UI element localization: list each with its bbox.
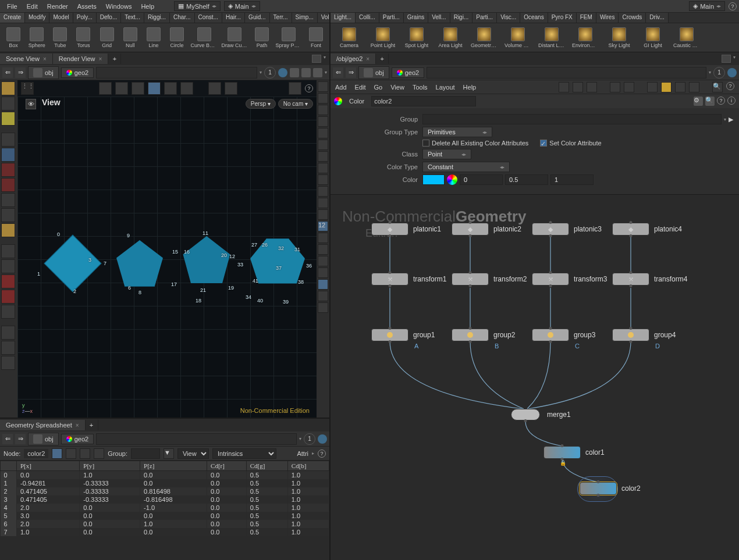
shelf-tab[interactable]: Colli... bbox=[356, 13, 379, 23]
close-icon[interactable]: × bbox=[76, 422, 79, 429]
color-g-field[interactable] bbox=[505, 174, 548, 185]
column-header[interactable]: P[x] bbox=[17, 461, 80, 471]
menu-render[interactable]: Render bbox=[42, 2, 73, 11]
display-opt[interactable] bbox=[318, 256, 328, 266]
table-row[interactable]: 53.00.00.00.00.51.0 bbox=[1, 512, 329, 520]
render-icon[interactable] bbox=[301, 68, 311, 77]
shelf-tool[interactable]: Geometry Light bbox=[468, 27, 500, 48]
info-icon[interactable]: i bbox=[727, 97, 736, 105]
shelf-tab[interactable]: Guid... bbox=[245, 13, 269, 23]
gear-icon[interactable]: ⚙ bbox=[694, 97, 703, 106]
nav-back-icon[interactable]: ⇐ bbox=[2, 67, 13, 78]
vp-tool-icon[interactable] bbox=[208, 82, 221, 95]
link-icon[interactable] bbox=[727, 68, 737, 77]
misc-tool[interactable] bbox=[1, 356, 15, 370]
net-menu-edit[interactable]: Edit bbox=[355, 84, 366, 91]
points-class-icon[interactable] bbox=[52, 448, 62, 459]
reselect-icon[interactable]: ▶ bbox=[729, 116, 733, 123]
net-tool-icon[interactable] bbox=[559, 82, 569, 92]
display-opt[interactable] bbox=[318, 116, 328, 127]
menu-help[interactable]: Help bbox=[136, 2, 159, 11]
node-group[interactable]: group3C bbox=[532, 329, 595, 341]
shelf-tab[interactable]: Modify bbox=[25, 13, 49, 23]
snap-point-tool[interactable] bbox=[1, 223, 15, 237]
shelf-tab[interactable]: Volu... bbox=[318, 13, 329, 23]
net-menu-tools[interactable]: Tools bbox=[413, 84, 428, 91]
node-platonic[interactable]: ◆platonic1 bbox=[371, 223, 441, 236]
snapshot-icon[interactable] bbox=[290, 68, 299, 77]
table-row[interactable]: 1-0.94281-0.333330.00.00.51.0 bbox=[1, 479, 329, 487]
op-name-field[interactable] bbox=[371, 96, 476, 106]
path-segment[interactable]: geo2 bbox=[392, 67, 424, 78]
intrinsics-dropdown[interactable]: Intrinsics bbox=[212, 448, 276, 459]
node-color-selected[interactable]: color2 bbox=[580, 482, 641, 495]
path-segment[interactable]: geo2 bbox=[61, 67, 94, 78]
shelf-tool[interactable]: Circle bbox=[166, 27, 188, 48]
display-opt[interactable] bbox=[318, 233, 328, 243]
node-name-field[interactable]: color2 bbox=[24, 449, 48, 458]
tab-geo-spreadsheet[interactable]: Geometry Spreadsheet× bbox=[0, 420, 86, 430]
shelf-tab[interactable]: Parti... bbox=[379, 13, 404, 23]
render-region-tool[interactable] bbox=[1, 163, 15, 177]
menu-edit[interactable]: Edit bbox=[22, 2, 42, 11]
display-opt[interactable] bbox=[318, 174, 328, 185]
path-field[interactable] bbox=[96, 433, 297, 445]
shelf-tool[interactable]: Path bbox=[251, 27, 273, 48]
table-row[interactable]: 20.471405-0.333330.8164980.00.51.0 bbox=[1, 487, 329, 495]
shelf-tab[interactable]: Visc... bbox=[497, 13, 520, 23]
viewport-canvas[interactable]: ⋮⋮ ? View 👁 P bbox=[17, 80, 317, 418]
pane-menu-icon[interactable]: ▾ bbox=[324, 55, 326, 63]
vp-tool-icon[interactable] bbox=[164, 82, 177, 95]
nav-back-icon[interactable]: ⇐ bbox=[333, 67, 343, 78]
add-pane-tab[interactable]: + bbox=[86, 420, 98, 430]
nav-fwd-icon[interactable]: ⇒ bbox=[15, 67, 26, 78]
vp-tool-icon[interactable] bbox=[132, 82, 144, 95]
help-icon[interactable]: ? bbox=[729, 2, 737, 10]
lock-tool[interactable] bbox=[1, 148, 15, 162]
misc-tool[interactable] bbox=[1, 326, 15, 340]
shelf-tab[interactable]: Driv... bbox=[646, 13, 668, 23]
path-segment[interactable]: geo2 bbox=[61, 434, 94, 444]
display-opt[interactable] bbox=[318, 128, 328, 138]
shelf-tab[interactable]: Char... bbox=[170, 13, 194, 23]
shelf-tool[interactable]: Sky Light bbox=[603, 27, 635, 48]
shelf-dropdown[interactable]: ▦ MyShelf ◂▸ bbox=[174, 1, 221, 11]
net-menu-add[interactable]: Add bbox=[335, 84, 347, 91]
vp-layout-icon[interactable] bbox=[289, 82, 301, 95]
display-opt[interactable] bbox=[318, 267, 328, 278]
shelf-tool[interactable]: Sphere bbox=[26, 27, 48, 48]
shelf-tab[interactable]: Crowds bbox=[619, 13, 646, 23]
pt-num-toggle[interactable]: 12 bbox=[318, 221, 328, 231]
path-segment[interactable]: obj bbox=[28, 66, 59, 79]
shelf-tab[interactable]: FEM bbox=[577, 13, 596, 23]
node-platonic[interactable]: ◆platonic3 bbox=[532, 223, 602, 236]
persp-dropdown[interactable]: Persp ▾ bbox=[246, 99, 276, 109]
node-group[interactable]: group1A bbox=[371, 329, 435, 341]
save-view-icon[interactable] bbox=[313, 68, 322, 77]
shelf-tab[interactable]: Vell... bbox=[428, 13, 450, 23]
shelf-tool[interactable]: Point Light bbox=[367, 27, 399, 48]
display-opt[interactable] bbox=[318, 186, 328, 197]
color-type-dropdown[interactable]: Constant◂▸ bbox=[422, 162, 510, 172]
shelf-tab[interactable]: Pyro FX bbox=[548, 13, 577, 23]
column-header[interactable]: Cd[g] bbox=[246, 461, 287, 471]
shelf-tool[interactable]: Grid bbox=[96, 27, 118, 48]
help-icon[interactable]: ? bbox=[726, 82, 734, 90]
menu-file[interactable]: File bbox=[2, 2, 22, 11]
link-icon[interactable] bbox=[278, 68, 287, 77]
tab-scene-view[interactable]: Scene View× bbox=[0, 53, 53, 64]
vp-tool-icon[interactable] bbox=[225, 82, 237, 95]
node-transform[interactable]: ⤧transform4 bbox=[612, 273, 687, 286]
scale-tool[interactable] bbox=[1, 274, 15, 288]
pane-maximize-icon[interactable] bbox=[312, 55, 321, 63]
table-row[interactable]: 42.00.0-1.00.00.51.0 bbox=[1, 504, 329, 512]
shelf-tab[interactable]: Oceans bbox=[520, 13, 548, 23]
nav-fwd-icon[interactable]: ⇒ bbox=[346, 67, 356, 78]
misc-tool[interactable] bbox=[1, 341, 15, 355]
pane-maximize-icon[interactable] bbox=[722, 55, 731, 63]
detail-class-icon[interactable] bbox=[94, 448, 104, 459]
node-transform[interactable]: ⤧transform2 bbox=[452, 273, 527, 286]
shelf-tab[interactable]: Create bbox=[0, 13, 25, 23]
column-header[interactable] bbox=[1, 461, 17, 471]
shelf-tool[interactable]: Camera bbox=[333, 27, 365, 48]
